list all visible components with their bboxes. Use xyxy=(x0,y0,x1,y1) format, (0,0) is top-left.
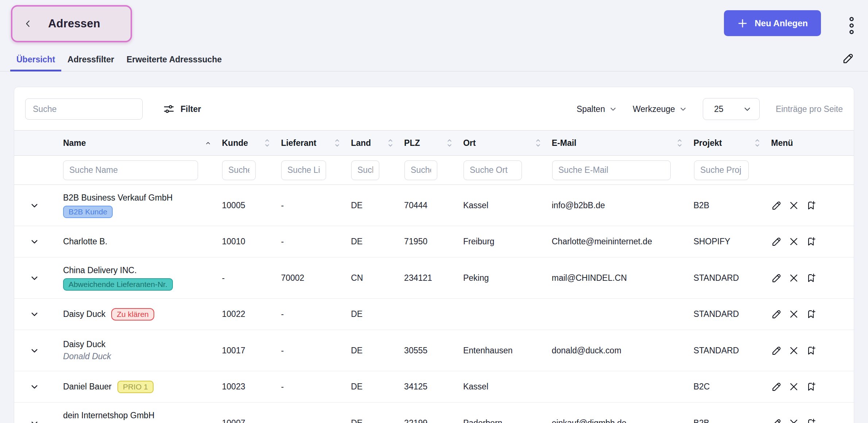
edit-icon[interactable] xyxy=(771,418,782,423)
tab-bar: ÜbersichtAdressfilterErweiterte Adresssu… xyxy=(0,55,868,71)
cell-ort: Paderborn xyxy=(463,418,552,423)
delete-icon[interactable] xyxy=(788,236,799,247)
edit-tabs-icon[interactable] xyxy=(842,52,855,65)
table-toolbar: Filter Spalten Werkzeuge 25 Einträge pro… xyxy=(14,87,854,130)
cell-land: DE xyxy=(351,346,404,356)
chevron-down-icon xyxy=(679,105,687,113)
filter-input-plz[interactable] xyxy=(404,160,437,180)
table-row: Daisy Duck Donald Duck 10017 - DE 30555 … xyxy=(14,330,854,371)
row-expand-icon[interactable] xyxy=(30,201,39,210)
cell-plz: 71950 xyxy=(404,237,463,247)
cell-plz: 30555 xyxy=(404,346,463,356)
cell-kunde: 10007 xyxy=(222,418,281,423)
row-expand-icon[interactable] xyxy=(30,309,39,319)
cell-land: DE xyxy=(351,309,404,319)
kebab-menu-icon[interactable] xyxy=(847,16,856,35)
cell-email: Charlotte@meininternet.de xyxy=(552,237,694,247)
sort-icon xyxy=(264,138,270,148)
sort-asc-icon xyxy=(205,140,211,146)
columns-dropdown[interactable]: Spalten xyxy=(577,104,617,114)
filter-input-projekt[interactable] xyxy=(694,160,749,180)
row-expand-icon[interactable] xyxy=(30,418,39,423)
edit-icon[interactable] xyxy=(771,381,782,392)
edit-icon[interactable] xyxy=(771,200,782,211)
bookmark-add-icon[interactable] xyxy=(805,236,817,247)
status-badge: PRIO 1 xyxy=(117,381,154,393)
column-header-projekt[interactable]: Projekt xyxy=(693,138,771,148)
plus-icon xyxy=(737,18,748,29)
cell-projekt: SHOPIFY xyxy=(693,237,771,247)
cell-kunde: 10023 xyxy=(222,382,281,392)
edit-icon[interactable] xyxy=(771,308,782,320)
cell-land: DE xyxy=(351,418,404,423)
cell-ort: Kassel xyxy=(463,382,552,392)
column-header-lieferant[interactable]: Lieferant xyxy=(281,138,351,148)
tab-adressfilter[interactable]: Adressfilter xyxy=(61,55,120,71)
entries-per-page-label: Einträge pro Seite xyxy=(776,104,843,114)
cell-ort: Kassel xyxy=(463,201,552,210)
row-expand-icon[interactable] xyxy=(30,346,39,356)
table-row: Daisy Duck Zu klären 10022 - DE STANDARD xyxy=(14,299,854,330)
cell-email: mail@CHINDEL.CN xyxy=(552,273,694,283)
column-header-e-mail[interactable]: E-Mail xyxy=(552,138,694,148)
filter-input-land[interactable] xyxy=(351,160,379,180)
row-expand-icon[interactable] xyxy=(30,382,39,392)
cell-kunde: 10010 xyxy=(222,237,281,247)
bookmark-add-icon[interactable] xyxy=(805,381,817,392)
row-expand-icon[interactable] xyxy=(30,237,39,247)
delete-icon[interactable] xyxy=(788,345,799,356)
cell-projekt: B2B xyxy=(693,201,771,210)
column-header-land[interactable]: Land xyxy=(351,138,404,148)
delete-icon[interactable] xyxy=(788,273,799,283)
cell-plz: 34125 xyxy=(404,382,463,392)
cell-lieferant: - xyxy=(281,237,351,247)
bookmark-add-icon[interactable] xyxy=(805,418,817,423)
column-header-plz[interactable]: PLZ xyxy=(404,138,463,148)
cell-land: CN xyxy=(351,273,404,283)
tab-übersicht[interactable]: Übersicht xyxy=(10,55,61,71)
cell-plz: 70444 xyxy=(404,201,463,210)
cell-name: B2B Business Verkauf GmbH xyxy=(63,193,173,203)
chevron-down-icon xyxy=(743,105,751,113)
delete-icon[interactable] xyxy=(788,418,799,423)
filter-input-e-mail[interactable] xyxy=(552,160,671,180)
cell-projekt: B2C xyxy=(693,382,771,392)
column-header-name[interactable]: Name xyxy=(63,138,222,148)
chevron-down-icon xyxy=(609,105,617,113)
delete-icon[interactable] xyxy=(788,381,799,392)
toolbar-right: Spalten Werkzeuge 25 Einträge pro Seite xyxy=(577,98,843,120)
new-entry-button[interactable]: Neu Anlegen xyxy=(724,10,821,36)
cell-kunde: 10017 xyxy=(222,346,281,356)
bookmark-add-icon[interactable] xyxy=(805,345,817,356)
edit-icon[interactable] xyxy=(771,272,782,284)
filter-button[interactable]: Filter xyxy=(163,103,201,115)
delete-icon[interactable] xyxy=(788,200,799,211)
cell-kunde: - xyxy=(222,273,281,283)
delete-icon[interactable] xyxy=(788,309,799,319)
column-header-kunde[interactable]: Kunde xyxy=(222,138,281,148)
table-row: Daniel Bauer PRIO 1 10023 - DE 34125 Kas… xyxy=(14,371,854,403)
filter-input-name[interactable] xyxy=(63,160,198,180)
cell-name: dein Internetshop GmbH xyxy=(63,411,155,420)
back-icon[interactable] xyxy=(23,18,33,30)
filter-input-ort[interactable] xyxy=(464,160,522,180)
edit-icon[interactable] xyxy=(771,345,782,356)
bookmark-add-icon[interactable] xyxy=(805,308,817,320)
cell-name: Daisy Duck xyxy=(63,309,105,319)
tab-erweiterte-adresssuche[interactable]: Erweiterte Adresssuche xyxy=(120,55,228,71)
filter-input-kunde[interactable] xyxy=(222,160,256,180)
column-header-ort[interactable]: Ort xyxy=(463,138,552,148)
table-filter-row xyxy=(14,156,854,185)
page-title-box: Adressen xyxy=(11,5,132,42)
bookmark-add-icon[interactable] xyxy=(805,272,817,284)
filter-input-lieferant[interactable] xyxy=(281,160,326,180)
search-input[interactable] xyxy=(25,98,143,120)
page-size-select[interactable]: 25 xyxy=(703,98,760,120)
cell-email: donald@duck.com xyxy=(552,346,694,356)
edit-icon[interactable] xyxy=(771,236,782,247)
cell-projekt: B2B xyxy=(693,418,771,423)
tools-dropdown[interactable]: Werkzeuge xyxy=(633,104,687,114)
bookmark-add-icon[interactable] xyxy=(805,200,817,211)
status-badge: Zu klären xyxy=(111,308,154,321)
row-expand-icon[interactable] xyxy=(30,273,39,283)
